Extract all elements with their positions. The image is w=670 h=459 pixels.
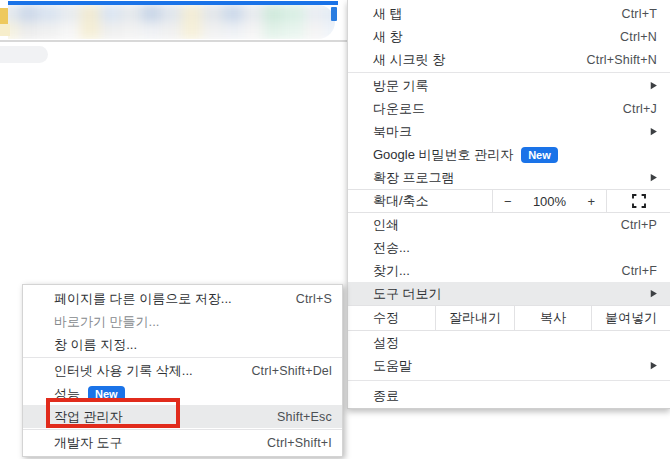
- menu-item-shortcut: Ctrl+S: [296, 292, 332, 306]
- menu-item-label: 페이지를 다른 이름으로 저장...: [54, 290, 232, 308]
- menu-item-label: 인터넷 사용 기록 삭제...: [54, 362, 193, 380]
- zoom-controls-row: 확대/축소 − 100% +: [348, 189, 670, 213]
- menu-item-new-window[interactable]: 새 창 Ctrl+N: [348, 25, 670, 48]
- blurred-toolbar-item: [0, 46, 48, 63]
- blurred-tab-strip: [8, 5, 335, 39]
- menu-item-new-tab[interactable]: 새 탭 Ctrl+T: [348, 2, 670, 25]
- zoom-label: 확대/축소: [348, 190, 492, 212]
- new-badge: New: [521, 147, 558, 163]
- menu-item-label: 찾기...: [373, 262, 410, 280]
- menu-item-help[interactable]: 도움말 ▶: [348, 354, 670, 377]
- menu-item-label: 인쇄: [373, 216, 399, 234]
- copy-button[interactable]: 복사: [515, 306, 591, 330]
- menu-item-shortcut: Ctrl+N: [620, 30, 657, 44]
- menu-item-label: 바로가기 만들기...: [54, 313, 159, 331]
- menu-item-label: 새 창: [373, 28, 403, 46]
- menu-item-developer-tools[interactable]: 개발자 도구 Ctrl+Shift+I: [23, 431, 342, 454]
- blurred-favicon-glow: [0, 24, 10, 36]
- zoom-in-button[interactable]: +: [587, 194, 595, 209]
- menu-item-shortcut: Ctrl+T: [621, 7, 657, 21]
- submenu-arrow-icon: ▶: [651, 126, 657, 136]
- menu-separator: [348, 72, 670, 73]
- cut-button[interactable]: 잘라내기: [436, 306, 514, 330]
- menu-item-label: 새 탭: [373, 5, 403, 23]
- menu-separator: [348, 380, 670, 381]
- menu-item-create-shortcut[interactable]: 바로가기 만들기...: [23, 310, 342, 333]
- menu-item-label: 새 시크릿 창: [373, 51, 445, 69]
- edit-row: 수정 잘라내기 복사 붙여넣기: [348, 305, 670, 331]
- submenu-arrow-icon: ▶: [651, 360, 657, 370]
- menu-item-more-tools[interactable]: 도구 더보기 ▶: [348, 282, 670, 305]
- menu-item-shortcut: Shift+Esc: [277, 410, 332, 424]
- menu-item-label: 북마크: [373, 123, 412, 141]
- zoom-level: 100%: [533, 194, 566, 209]
- menu-item-label: 설정: [373, 334, 399, 352]
- fullscreen-button[interactable]: [607, 190, 670, 212]
- blurred-favicon: [0, 8, 8, 24]
- menu-item-shortcut: Ctrl+Shift+N: [587, 53, 657, 67]
- more-tools-submenu: 페이지를 다른 이름으로 저장... Ctrl+S 바로가기 만들기... 창 …: [22, 284, 343, 457]
- menu-item-shortcut: Ctrl+F: [621, 264, 657, 278]
- menu-item-downloads[interactable]: 다운로드 Ctrl+J: [348, 97, 670, 120]
- menu-item-label: Google 비밀번호 관리자: [373, 146, 513, 164]
- menu-separator: [23, 357, 342, 358]
- menu-item-history[interactable]: 방문 기록 ▶: [348, 74, 670, 97]
- annotation-box-task-manager: [46, 398, 180, 428]
- menu-item-find[interactable]: 찾기... Ctrl+F: [348, 259, 670, 282]
- blurred-blue-icon: [331, 7, 337, 21]
- menu-separator: [23, 429, 342, 430]
- menu-item-shortcut: Ctrl+P: [621, 218, 657, 232]
- menu-item-cast[interactable]: 전송...: [348, 236, 670, 259]
- edit-label: 수정: [348, 306, 435, 330]
- submenu-arrow-icon: ▶: [651, 172, 657, 182]
- menu-item-label: 확장 프로그램: [373, 169, 455, 187]
- menu-item-label: 다운로드: [373, 100, 425, 118]
- zoom-out-button[interactable]: −: [504, 194, 512, 209]
- menu-item-label: 개발자 도구: [54, 434, 123, 452]
- menu-item-save-page-as[interactable]: 페이지를 다른 이름으로 저장... Ctrl+S: [23, 287, 342, 310]
- toolbar-divider: [0, 40, 347, 42]
- fullscreen-icon: [632, 194, 646, 208]
- menu-item-label: 종료: [373, 387, 399, 405]
- menu-item-shortcut: Ctrl+J: [623, 102, 657, 116]
- zoom-control-group: − 100% +: [493, 190, 606, 212]
- submenu-arrow-icon: ▶: [651, 80, 657, 90]
- menu-item-bookmarks[interactable]: 북마크 ▶: [348, 120, 670, 143]
- menu-item-shortcut: Ctrl+Shift+I: [267, 436, 332, 450]
- menu-item-label: 도구 더보기: [373, 285, 442, 303]
- menu-item-label: 도움말: [373, 357, 412, 375]
- menu-item-new-incognito-window[interactable]: 새 시크릿 창 Ctrl+Shift+N: [348, 48, 670, 71]
- menu-item-shortcut: Ctrl+Shift+Del: [251, 364, 332, 378]
- paste-button[interactable]: 붙여넣기: [592, 306, 670, 330]
- menu-item-label: 창 이름 지정...: [54, 336, 137, 354]
- menu-item-settings[interactable]: 설정: [348, 331, 670, 354]
- menu-item-exit[interactable]: 종료: [348, 384, 670, 407]
- menu-item-google-password-manager[interactable]: Google 비밀번호 관리자 New: [348, 143, 670, 166]
- menu-item-print[interactable]: 인쇄 Ctrl+P: [348, 213, 670, 236]
- menu-item-clear-browsing-data[interactable]: 인터넷 사용 기록 삭제... Ctrl+Shift+Del: [23, 359, 342, 382]
- submenu-arrow-icon: ▶: [651, 288, 657, 298]
- menu-item-label: 전송...: [373, 239, 410, 257]
- chrome-main-menu: 새 탭 Ctrl+T 새 창 Ctrl+N 새 시크릿 창 Ctrl+Shift…: [347, 0, 670, 409]
- menu-item-extensions[interactable]: 확장 프로그램 ▶: [348, 166, 670, 189]
- menu-item-label: 방문 기록: [373, 77, 429, 95]
- menu-item-name-window[interactable]: 창 이름 지정...: [23, 333, 342, 356]
